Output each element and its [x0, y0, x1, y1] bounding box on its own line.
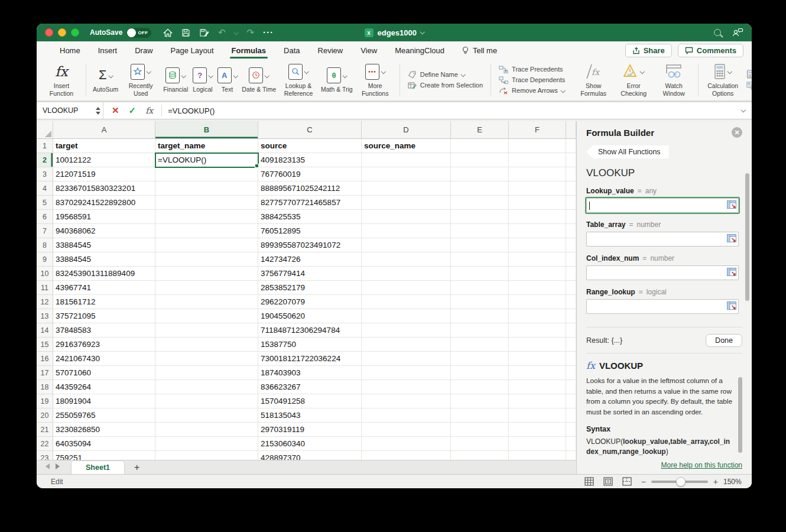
- row-header-14[interactable]: 14: [37, 323, 53, 338]
- cell-F15[interactable]: [509, 338, 566, 352]
- trace-precedents-button[interactable]: Trace Precedents: [499, 66, 565, 73]
- row-header-20[interactable]: 20: [37, 408, 53, 423]
- cell-B4[interactable]: [155, 181, 258, 196]
- row-header-15[interactable]: 15: [37, 338, 53, 352]
- cell-A9[interactable]: 33884545: [53, 252, 155, 267]
- panel-scrollbar[interactable]: [745, 173, 749, 301]
- cell-B11[interactable]: [155, 281, 258, 295]
- cell-A18[interactable]: 44359264: [53, 380, 155, 394]
- financial-button[interactable]: Financial: [161, 65, 190, 94]
- cell-D1[interactable]: source_name: [362, 139, 451, 153]
- cell-E18[interactable]: [451, 380, 509, 394]
- cell-C19[interactable]: 1570491258: [258, 394, 362, 408]
- cell-E2[interactable]: [451, 153, 509, 167]
- cell-G21[interactable]: [566, 423, 576, 437]
- tab-meaningcloud[interactable]: MeaningCloud: [386, 41, 453, 59]
- cell-A1[interactable]: target: [53, 139, 155, 153]
- cell-B23[interactable]: [155, 451, 258, 460]
- row-header-9[interactable]: 9: [37, 252, 53, 267]
- cell-E10[interactable]: [451, 267, 509, 281]
- cell-C9[interactable]: 142734726: [258, 252, 362, 267]
- cell-C13[interactable]: 1904550620: [258, 309, 362, 323]
- cell-G22[interactable]: [566, 437, 576, 451]
- autosave-toggle[interactable]: OFF: [126, 28, 151, 38]
- row-header-22[interactable]: 22: [37, 437, 53, 451]
- cell-A14[interactable]: 37848583: [53, 323, 155, 338]
- cell-D21[interactable]: [362, 423, 451, 437]
- cell-F19[interactable]: [509, 394, 566, 408]
- name-box[interactable]: VLOOKUP: [37, 102, 93, 119]
- column-header-partial[interactable]: [566, 121, 576, 139]
- cell-E19[interactable]: [451, 394, 509, 408]
- recently-used-button[interactable]: Recently Used: [121, 61, 161, 98]
- cell-F2[interactable]: [509, 153, 566, 167]
- cell-C20[interactable]: 518135043: [258, 408, 362, 423]
- more-commands-icon[interactable]: ···: [263, 30, 274, 35]
- tab-formulas[interactable]: Formulas: [223, 41, 275, 59]
- comments-button[interactable]: Comments: [678, 44, 743, 57]
- cell-D12[interactable]: [362, 295, 451, 309]
- cell-E16[interactable]: [451, 352, 509, 366]
- zoom-slider[interactable]: [651, 481, 708, 483]
- page-break-view-icon[interactable]: [622, 477, 632, 486]
- cell-C15[interactable]: 15387750: [258, 338, 362, 352]
- cell-F6[interactable]: [509, 210, 566, 224]
- cell-F7[interactable]: [509, 224, 566, 238]
- cell-G12[interactable]: [566, 295, 576, 309]
- formula-input[interactable]: =VLOOKUP(): [162, 102, 741, 119]
- cell-D15[interactable]: [362, 338, 451, 352]
- cell-A20[interactable]: 255059765: [53, 408, 155, 423]
- cell-C16[interactable]: 730018121722036224: [258, 352, 362, 366]
- cell-D5[interactable]: [362, 196, 451, 210]
- tab-data[interactable]: Data: [275, 41, 308, 59]
- cell-A3[interactable]: 212071519: [53, 167, 155, 181]
- cell-F5[interactable]: [509, 196, 566, 210]
- cell-G11[interactable]: [566, 281, 576, 295]
- cell-B13[interactable]: [155, 309, 258, 323]
- row-header-5[interactable]: 5: [37, 196, 53, 210]
- expand-formula-bar-chevron-icon[interactable]: [742, 102, 752, 119]
- cell-B22[interactable]: [155, 437, 258, 451]
- row-header-17[interactable]: 17: [37, 366, 53, 380]
- cell-E15[interactable]: [451, 338, 509, 352]
- cell-D8[interactable]: [362, 238, 451, 252]
- row-header-16[interactable]: 16: [37, 352, 53, 366]
- cell-B7[interactable]: [155, 224, 258, 238]
- create-from-selection-button[interactable]: Create from Selection: [408, 82, 483, 89]
- row-header-21[interactable]: 21: [37, 423, 53, 437]
- row-header-8[interactable]: 8: [37, 238, 53, 252]
- cell-F11[interactable]: [509, 281, 566, 295]
- range-picker-icon[interactable]: [727, 301, 736, 312]
- cell-G6[interactable]: [566, 210, 576, 224]
- done-button[interactable]: Done: [706, 334, 742, 347]
- cell-D14[interactable]: [362, 323, 451, 338]
- cell-B1[interactable]: target_name: [155, 139, 258, 153]
- minimize-window-button[interactable]: [58, 28, 66, 37]
- row-header-19[interactable]: 19: [37, 394, 53, 408]
- row-header-7[interactable]: 7: [37, 224, 53, 238]
- cell-F22[interactable]: [509, 437, 566, 451]
- cell-G8[interactable]: [566, 238, 576, 252]
- share-people-icon[interactable]: [732, 28, 743, 37]
- cell-G16[interactable]: [566, 352, 576, 366]
- cell-B19[interactable]: [155, 394, 258, 408]
- cell-B16[interactable]: [155, 352, 258, 366]
- tab-page-layout[interactable]: Page Layout: [162, 41, 223, 59]
- column-header-F[interactable]: F: [509, 121, 566, 139]
- cell-A6[interactable]: 19568591: [53, 210, 155, 224]
- column-header-E[interactable]: E: [451, 121, 509, 139]
- cell-A5[interactable]: 837029241522892800: [53, 196, 155, 210]
- cell-D10[interactable]: [362, 267, 451, 281]
- zoom-window-button[interactable]: [71, 28, 79, 37]
- cell-B6[interactable]: [155, 210, 258, 224]
- cell-G9[interactable]: [566, 252, 576, 267]
- cell-E22[interactable]: [451, 437, 509, 451]
- cell-C8[interactable]: 899395587023491072: [258, 238, 362, 252]
- sheet-nav-left-icon[interactable]: [46, 463, 50, 469]
- cell-B8[interactable]: [155, 238, 258, 252]
- redo-icon[interactable]: ↷: [246, 27, 254, 38]
- cell-D19[interactable]: [362, 394, 451, 408]
- show-formulas-button[interactable]: fx Show Formulas: [573, 61, 613, 98]
- cell-C17[interactable]: 187403903: [258, 366, 362, 380]
- cell-E12[interactable]: [451, 295, 509, 309]
